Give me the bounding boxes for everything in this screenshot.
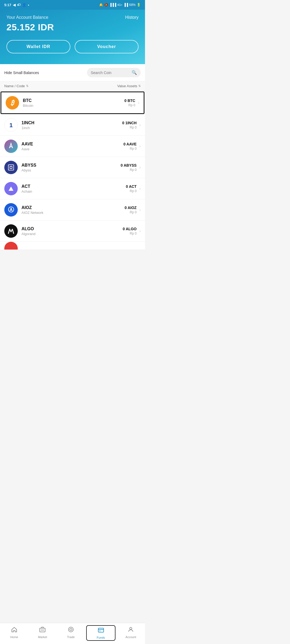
- aave-value: 0 AAVE Rp 0: [124, 142, 137, 151]
- coin-item-act[interactable]: ACT Achain 0 ACT Rp 0 ›: [0, 178, 145, 199]
- btc-rp: Rp 0: [124, 103, 135, 107]
- voucher-button[interactable]: Voucher: [75, 40, 139, 53]
- act-value: 0 ACT Rp 0: [126, 184, 137, 193]
- aioz-rp: Rp 0: [125, 210, 137, 214]
- abyss-info: ABYSS Abyss: [21, 163, 121, 172]
- abyss-rp: Rp 0: [121, 168, 136, 172]
- sort-arrows-value: ⇅: [138, 84, 141, 88]
- battery-icon: 🔋: [137, 3, 141, 7]
- signal-icon: ▐▐▐: [109, 3, 116, 7]
- nav-icon: ◀: [13, 3, 16, 7]
- abyss-icon: [4, 161, 18, 174]
- svg-text:1: 1: [9, 122, 13, 129]
- aave-chevron: ›: [139, 144, 141, 149]
- algo-chevron: ›: [139, 229, 141, 233]
- act-rp: Rp 0: [126, 189, 137, 193]
- coin-item-algo[interactable]: ALGO Algorand 0 ALGO Rp 0 ›: [0, 221, 145, 242]
- act-name: Achain: [21, 189, 126, 193]
- user-icon: 👤: [22, 3, 26, 7]
- coin-item-1inch[interactable]: 1 1INCH 1inch 0 1INCH Rp 0 ›: [0, 115, 145, 136]
- mute-icon: 🔕: [104, 3, 108, 7]
- sort-arrows-name: ⇅: [26, 84, 28, 88]
- header-buttons: Wallet IDR Voucher: [6, 40, 139, 53]
- account-label: Your Account Balance: [6, 15, 48, 20]
- act-amount: 0 ACT: [126, 184, 137, 189]
- aave-amount: 0 AAVE: [124, 142, 137, 146]
- act-icon: [4, 182, 18, 195]
- algo-amount: 0 ALGO: [123, 227, 137, 231]
- signal2-icon: ▐▐: [124, 3, 128, 7]
- 4g-icon: 4G+: [117, 3, 122, 6]
- aioz-chevron: ›: [139, 207, 141, 212]
- status-bar: 5:17 ◀ 🏷 👤 • 🔔 🔕 ▐▐▐ 4G+ ▐▐ 68% 🔋: [0, 0, 145, 10]
- btc-info: BTC Bitcoin: [23, 98, 124, 108]
- coin-item-aave[interactable]: Å AAVE Aave 0 AAVE Rp 0 ›: [0, 136, 145, 157]
- controls-row: Hide Small Balances 🔍: [0, 64, 145, 81]
- header-top: Your Account Balance History: [6, 15, 139, 20]
- app-icon: 🏷: [17, 3, 20, 7]
- algo-symbol: ALGO: [21, 226, 123, 231]
- aave-name: Aave: [21, 147, 124, 151]
- 1inch-name: 1inch: [21, 126, 122, 130]
- act-chevron: ›: [139, 186, 141, 191]
- sort-row: Name / Code ⇅ Value Assets ⇅: [0, 81, 145, 91]
- value-assets-sort[interactable]: Value Assets ⇅: [117, 84, 141, 88]
- algo-rp: Rp 0: [123, 232, 137, 235]
- algo-name: Algorand: [21, 232, 123, 236]
- aioz-info: AIOZ AIOZ Network: [21, 205, 125, 215]
- abyss-name: Abyss: [21, 168, 121, 172]
- dot: •: [28, 3, 29, 7]
- coin-item-btc[interactable]: ₿ BTC Bitcoin 0 BTC Rp 0 ›: [1, 92, 144, 114]
- btc-name: Bitcoin: [23, 104, 124, 108]
- 1inch-chevron: ›: [139, 123, 141, 127]
- btc-amount: 0 BTC: [124, 98, 135, 103]
- btc-chevron: ›: [138, 100, 139, 105]
- header: Your Account Balance History 25.152 IDR …: [0, 10, 145, 64]
- balance-display: 25.152 IDR: [6, 22, 139, 32]
- history-button[interactable]: History: [125, 15, 139, 20]
- btc-value: 0 BTC Rp 0: [124, 98, 135, 107]
- search-coin-input[interactable]: [91, 71, 129, 75]
- partial-coin-item: [0, 242, 145, 250]
- time: 5:17: [4, 3, 11, 7]
- abyss-value: 0 ABYSS Rp 0: [121, 163, 136, 172]
- battery: 68%: [129, 3, 136, 7]
- hide-small-balances-label: Hide Small Balances: [4, 71, 39, 75]
- btc-symbol: BTC: [23, 98, 124, 103]
- coin-list: ₿ BTC Bitcoin 0 BTC Rp 0 › 1 1INCH 1inch…: [0, 92, 145, 250]
- aave-symbol: AAVE: [21, 142, 124, 147]
- act-symbol: ACT: [21, 184, 126, 189]
- status-left: 5:17 ◀ 🏷 👤 •: [4, 3, 29, 7]
- coin-item-aioz[interactable]: Ⓐ AIOZ AIOZ Network 0 AIOZ Rp 0 ›: [0, 199, 145, 221]
- 1inch-value: 0 1INCH Rp 0: [122, 121, 137, 129]
- aioz-name: AIOZ Network: [21, 211, 125, 215]
- name-code-sort[interactable]: Name / Code ⇅: [4, 84, 28, 88]
- algo-value: 0 ALGO Rp 0: [123, 227, 137, 235]
- btc-icon: ₿: [6, 96, 19, 109]
- aioz-symbol: AIOZ: [21, 205, 125, 210]
- coin-item-abyss[interactable]: ABYSS Abyss 0 ABYSS Rp 0 ›: [0, 157, 145, 178]
- status-right: 🔔 🔕 ▐▐▐ 4G+ ▐▐ 68% 🔋: [99, 3, 141, 7]
- act-info: ACT Achain: [21, 184, 126, 193]
- abyss-symbol: ABYSS: [21, 163, 121, 168]
- wallet-idr-button[interactable]: Wallet IDR: [6, 40, 70, 53]
- abyss-chevron: ›: [139, 165, 141, 170]
- alarm-icon: 🔔: [99, 3, 103, 7]
- abyss-amount: 0 ABYSS: [121, 163, 136, 167]
- 1inch-symbol: 1INCH: [21, 120, 122, 125]
- aioz-value: 0 AIOZ Rp 0: [125, 206, 137, 214]
- search-icon: 🔍: [132, 70, 137, 75]
- 1inch-amount: 0 1INCH: [122, 121, 137, 125]
- 1inch-info: 1INCH 1inch: [21, 120, 122, 130]
- algo-info: ALGO Algorand: [21, 226, 123, 236]
- partial-coin-icon: [4, 242, 18, 250]
- aave-rp: Rp 0: [124, 147, 137, 151]
- algo-icon: [4, 224, 18, 238]
- aioz-amount: 0 AIOZ: [125, 206, 137, 210]
- search-box[interactable]: 🔍: [87, 68, 141, 77]
- aave-info: AAVE Aave: [21, 142, 124, 151]
- aioz-icon: Ⓐ: [4, 203, 18, 217]
- aave-icon: Å: [4, 140, 18, 153]
- 1inch-rp: Rp 0: [122, 126, 137, 129]
- 1inch-icon: 1: [4, 118, 18, 132]
